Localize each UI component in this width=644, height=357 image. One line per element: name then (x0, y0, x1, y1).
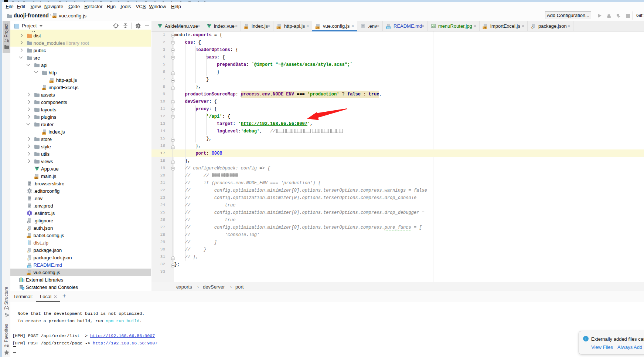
svg-text:MD: MD (27, 266, 31, 268)
svg-text:{}: {} (27, 228, 30, 231)
svg-text:JS: JS (53, 16, 56, 18)
svg-text:{}: {} (27, 257, 30, 260)
svg-text:JS: JS (50, 80, 53, 83)
svg-text:JS: JS (316, 26, 319, 29)
svg-text:JS: JS (277, 26, 280, 29)
svg-text:JS: JS (483, 26, 487, 29)
svg-text:JS: JS (27, 273, 31, 275)
svg-text:JS: JS (245, 26, 248, 29)
svg-text:MD: MD (386, 27, 390, 29)
svg-text:{}: {} (531, 26, 534, 29)
svg-text:JS: JS (42, 132, 46, 135)
svg-text:JS: JS (35, 176, 38, 179)
svg-text:JS: JS (42, 88, 46, 90)
svg-text:{}: {} (27, 250, 30, 253)
svg-text:JS: JS (27, 236, 31, 238)
